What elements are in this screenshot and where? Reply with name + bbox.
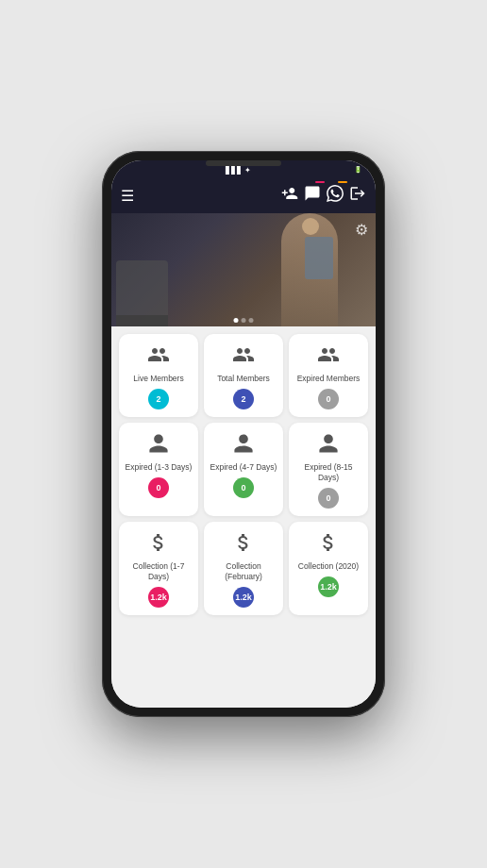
status-signal: ▋▋▋ ✦ xyxy=(226,166,251,175)
stat-count-6: 1.2k xyxy=(148,587,169,608)
stat-icon-8 xyxy=(317,531,340,558)
stat-label-4: Expired (4-7 Days) xyxy=(210,462,277,473)
stat-label-0: Live Members xyxy=(133,374,183,384)
hero-dot-3[interactable] xyxy=(249,318,254,323)
stat-card-2[interactable]: Expired Members0 xyxy=(289,334,368,417)
stat-label-7: Collection (February) xyxy=(210,561,277,582)
phone-frame: ▋▋▋ ✦ 🔋 ☰ xyxy=(102,151,385,717)
stats-grid: Live Members2Total Members2Expired Membe… xyxy=(119,334,368,615)
stat-label-2: Expired Members xyxy=(297,374,361,384)
stat-icon-2 xyxy=(317,343,340,370)
status-battery-icon: 🔋 xyxy=(354,166,362,174)
stat-label-5: Expired (8-15 Days) xyxy=(294,462,362,483)
stat-label-1: Total Members xyxy=(217,374,270,384)
top-nav: ☰ xyxy=(111,177,376,213)
stat-count-8: 1.2k xyxy=(318,576,339,597)
stat-icon-7 xyxy=(232,531,255,558)
hero-dot-2[interactable] xyxy=(242,318,246,323)
add-user-icon xyxy=(281,185,298,202)
hero-banner: ⚙ xyxy=(111,213,376,326)
stat-label-3: Expired (1-3 Days) xyxy=(126,462,193,473)
stat-icon-3 xyxy=(147,432,170,459)
stat-count-0: 2 xyxy=(148,389,169,409)
hero-dot-1[interactable] xyxy=(234,318,239,323)
stat-count-4: 0 xyxy=(233,477,254,498)
stat-count-3: 0 xyxy=(148,477,169,498)
hero-dots xyxy=(234,318,254,323)
chat-button[interactable] xyxy=(304,185,321,206)
logout-icon xyxy=(349,185,366,202)
whatsapp-badge xyxy=(338,181,347,183)
stat-icon-0 xyxy=(147,343,170,370)
stat-icon-4 xyxy=(232,432,255,459)
chat-badge xyxy=(315,181,325,183)
stat-card-3[interactable]: Expired (1-3 Days)0 xyxy=(119,423,198,516)
stat-count-2: 0 xyxy=(318,389,339,409)
status-time-battery: 🔋 xyxy=(354,166,364,174)
stat-card-5[interactable]: Expired (8-15 Days)0 xyxy=(289,423,368,516)
stat-card-8[interactable]: Collection (2020)1.2k xyxy=(289,522,368,615)
stat-card-7[interactable]: Collection (February)1.2k xyxy=(204,522,283,615)
stat-label-6: Collection (1-7 Days) xyxy=(125,561,193,582)
stat-count-7: 1.2k xyxy=(233,587,254,608)
stat-card-4[interactable]: Expired (4-7 Days)0 xyxy=(204,423,283,516)
whatsapp-button[interactable] xyxy=(327,185,344,206)
stat-card-0[interactable]: Live Members2 xyxy=(119,334,198,417)
nav-icons xyxy=(281,185,366,206)
stat-icon-5 xyxy=(317,432,340,459)
whatsapp-icon xyxy=(327,185,344,202)
settings-button[interactable]: ⚙ xyxy=(355,221,368,239)
stat-icon-1 xyxy=(232,343,255,370)
chat-icon xyxy=(304,185,321,202)
add-user-button[interactable] xyxy=(281,185,298,206)
stat-count-5: 0 xyxy=(318,488,339,509)
stat-count-1: 2 xyxy=(233,389,254,409)
hamburger-menu[interactable]: ☰ xyxy=(121,187,134,205)
stat-card-6[interactable]: Collection (1-7 Days)1.2k xyxy=(119,522,198,615)
phone-screen: ▋▋▋ ✦ 🔋 ☰ xyxy=(111,160,376,708)
phone-notch xyxy=(206,160,281,166)
stat-icon-6 xyxy=(147,531,170,558)
stat-label-8: Collection (2020) xyxy=(298,561,359,572)
content-area: Live Members2Total Members2Expired Membe… xyxy=(111,326,376,708)
stat-card-1[interactable]: Total Members2 xyxy=(204,334,283,417)
logout-button[interactable] xyxy=(349,185,366,206)
